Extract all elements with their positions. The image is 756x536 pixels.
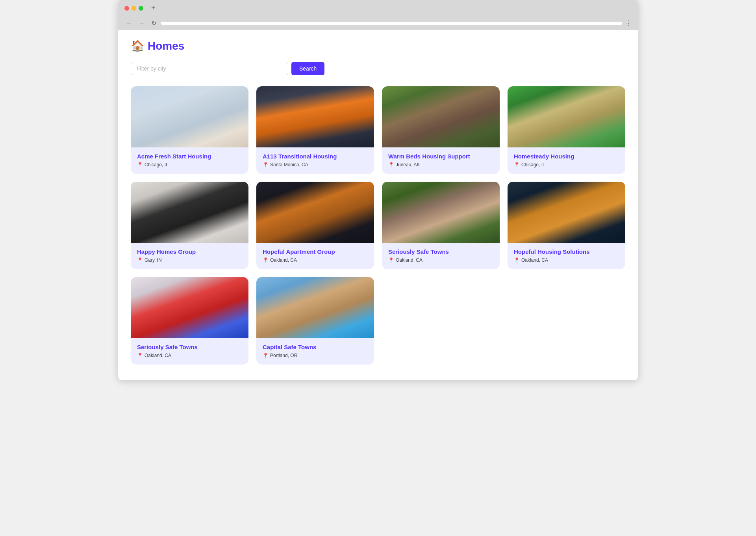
pin-icon-seriously-safe: 📍	[388, 257, 394, 263]
card-title-a113: A113 Transitional Housing	[263, 153, 368, 160]
card-seriously-safe2[interactable]: Seriously Safe Towns 📍 Oakland, CA	[131, 277, 248, 365]
close-window-dot[interactable]	[124, 6, 129, 11]
card-city-capital: Portland, OR	[270, 353, 297, 358]
card-location-happy-homes: 📍 Gary, IN	[137, 257, 242, 263]
card-image-homesteady	[508, 86, 625, 147]
card-happy-homes[interactable]: Happy Homes Group 📍 Gary, IN	[131, 182, 248, 269]
card-body-hopeful-solutions: Hopeful Housing Solutions 📍 Oakland, CA	[508, 243, 625, 269]
card-homesteady[interactable]: Homesteady Housing 📍 Chicago, IL	[508, 86, 625, 174]
card-capital[interactable]: Capital Safe Towns 📍 Portland, OR	[256, 277, 374, 365]
maximize-window-dot[interactable]	[139, 6, 143, 11]
card-image-warm-beds	[382, 86, 500, 147]
browser-traffic-lights	[124, 6, 143, 11]
card-image-seriously-safe2	[131, 277, 248, 338]
card-image-seriously-safe	[382, 182, 500, 243]
card-city-homesteady: Chicago, IL	[521, 162, 545, 168]
address-bar[interactable]	[161, 22, 622, 25]
card-image-capital	[256, 277, 374, 338]
card-title-capital: Capital Safe Towns	[263, 344, 368, 350]
browser-nav-bar: ← → ↻ ⋮	[118, 16, 638, 30]
card-image-a113	[256, 86, 374, 147]
card-body-a113: A113 Transitional Housing 📍 Santa Monica…	[256, 147, 374, 174]
card-location-homesteady: 📍 Chicago, IL	[514, 162, 619, 168]
forward-button[interactable]: →	[137, 19, 146, 28]
card-body-capital: Capital Safe Towns 📍 Portland, OR	[256, 338, 374, 365]
pin-icon-seriously-safe2: 📍	[137, 353, 143, 358]
card-body-warm-beds: Warm Beds Housing Support 📍 Juneau, AK	[382, 147, 500, 174]
pin-icon-acme: 📍	[137, 162, 143, 168]
card-title-hopeful-apt: Hopeful Apartment Group	[263, 248, 368, 255]
card-warm-beds[interactable]: Warm Beds Housing Support 📍 Juneau, AK	[382, 86, 500, 174]
browser-content: 🏠 Homes Search Acme Fresh Start Housing …	[118, 30, 638, 380]
card-body-acme: Acme Fresh Start Housing 📍 Chicago, IL	[131, 147, 248, 174]
card-body-seriously-safe2: Seriously Safe Towns 📍 Oakland, CA	[131, 338, 248, 365]
pin-icon-hopeful-apt: 📍	[263, 257, 269, 263]
pin-icon-a113: 📍	[263, 162, 269, 168]
refresh-button[interactable]: ↻	[150, 19, 158, 28]
card-body-homesteady: Homesteady Housing 📍 Chicago, IL	[508, 147, 625, 174]
browser-titlebar: +	[118, 0, 638, 16]
card-a113[interactable]: A113 Transitional Housing 📍 Santa Monica…	[256, 86, 374, 174]
cards-grid: Acme Fresh Start Housing 📍 Chicago, IL A…	[131, 86, 625, 365]
card-city-acme: Chicago, IL	[145, 162, 169, 168]
card-body-seriously-safe: Seriously Safe Towns 📍 Oakland, CA	[382, 243, 500, 269]
card-seriously-safe[interactable]: Seriously Safe Towns 📍 Oakland, CA	[382, 182, 500, 269]
card-image-hopeful-apt	[256, 182, 374, 243]
card-location-seriously-safe: 📍 Oakland, CA	[388, 257, 493, 263]
card-location-warm-beds: 📍 Juneau, AK	[388, 162, 493, 168]
card-location-capital: 📍 Portland, OR	[263, 353, 368, 358]
card-location-seriously-safe2: 📍 Oakland, CA	[137, 353, 242, 358]
card-location-hopeful-solutions: 📍 Oakland, CA	[514, 257, 619, 263]
card-city-seriously-safe2: Oakland, CA	[145, 353, 171, 358]
browser-window: + ← → ↻ ⋮ 🏠 Homes Search Acme Fresh Star…	[118, 0, 638, 380]
pin-icon-hopeful-solutions: 📍	[514, 257, 520, 263]
card-city-a113: Santa Monica, CA	[270, 162, 308, 168]
card-title-acme: Acme Fresh Start Housing	[137, 153, 242, 160]
card-city-hopeful-apt: Oakland, CA	[270, 257, 297, 263]
card-city-seriously-safe: Oakland, CA	[396, 257, 422, 263]
search-input[interactable]	[131, 62, 288, 75]
card-hopeful-solutions[interactable]: Hopeful Housing Solutions 📍 Oakland, CA	[508, 182, 625, 269]
card-acme[interactable]: Acme Fresh Start Housing 📍 Chicago, IL	[131, 86, 248, 174]
card-title-homesteady: Homesteady Housing	[514, 153, 619, 160]
pin-icon-capital: 📍	[263, 353, 269, 358]
card-city-happy-homes: Gary, IN	[145, 257, 162, 263]
search-button[interactable]: Search	[291, 62, 324, 75]
browser-menu-button[interactable]: ⋮	[625, 19, 632, 27]
card-city-warm-beds: Juneau, AK	[396, 162, 420, 168]
minimize-window-dot[interactable]	[132, 6, 136, 11]
home-icon: 🏠	[131, 39, 145, 52]
card-title-warm-beds: Warm Beds Housing Support	[388, 153, 493, 160]
card-body-happy-homes: Happy Homes Group 📍 Gary, IN	[131, 243, 248, 269]
app-header: 🏠 Homes	[131, 39, 625, 52]
back-button[interactable]: ←	[124, 19, 134, 28]
new-tab-button[interactable]: +	[151, 4, 156, 12]
card-location-a113: 📍 Santa Monica, CA	[263, 162, 368, 168]
search-bar: Search	[131, 62, 625, 75]
pin-icon-warm-beds: 📍	[388, 162, 394, 168]
card-title-seriously-safe2: Seriously Safe Towns	[137, 344, 242, 350]
card-image-acme	[131, 86, 248, 147]
card-title-seriously-safe: Seriously Safe Towns	[388, 248, 493, 255]
card-image-hopeful-solutions	[508, 182, 625, 243]
card-image-happy-homes	[131, 182, 248, 243]
card-title-hopeful-solutions: Hopeful Housing Solutions	[514, 248, 619, 255]
pin-icon-happy-homes: 📍	[137, 257, 143, 263]
card-location-acme: 📍 Chicago, IL	[137, 162, 242, 168]
card-title-happy-homes: Happy Homes Group	[137, 248, 242, 255]
pin-icon-homesteady: 📍	[514, 162, 520, 168]
card-hopeful-apt[interactable]: Hopeful Apartment Group 📍 Oakland, CA	[256, 182, 374, 269]
card-city-hopeful-solutions: Oakland, CA	[521, 257, 548, 263]
card-location-hopeful-apt: 📍 Oakland, CA	[263, 257, 368, 263]
card-body-hopeful-apt: Hopeful Apartment Group 📍 Oakland, CA	[256, 243, 374, 269]
app-title: Homes	[148, 40, 184, 52]
